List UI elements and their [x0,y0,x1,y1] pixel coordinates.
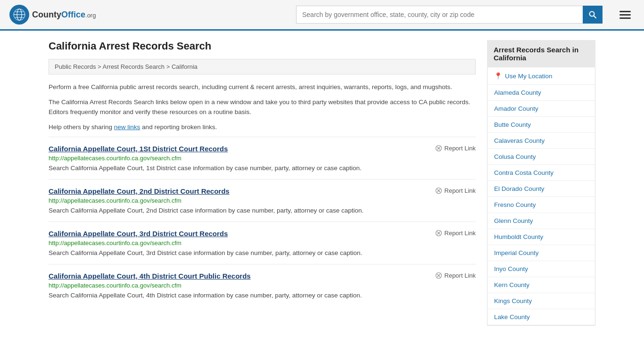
sidebar-county-link-1[interactable]: Amador County [487,101,595,116]
content-area: California Arrest Records Search Public … [49,40,476,326]
record-url-0: http://appellatecases.courtinfo.ca.gov/s… [49,155,476,162]
report-label-2: Report Link [445,230,476,237]
location-pin-icon: 📍 [494,72,502,80]
breadcrumb: Public Records > Arrest Records Search >… [49,59,476,74]
sidebar-county-item-6: El Dorado County [487,181,595,197]
search-bar [296,6,603,24]
report-icon-1 [435,187,442,194]
sidebar-county-item-13: Kings County [487,293,595,309]
site-header: CountyOffice.org [0,0,644,31]
record-url-2: http://appellatecases.courtinfo.ca.gov/s… [49,239,476,247]
svg-line-6 [594,16,596,18]
menu-icon-line3 [619,17,631,19]
record-link-2[interactable]: California Appellate Court, 3rd District… [49,230,228,238]
sidebar-county-item-14: Lake County [487,309,595,325]
record-link-0[interactable]: California Appellate Court, 1St District… [49,145,228,153]
report-icon-2 [435,230,442,237]
new-links-link[interactable]: new links [114,123,140,131]
breadcrumb-arrest-records[interactable]: Arrest Records Search [103,63,165,70]
sidebar-county-link-8[interactable]: Glenn County [487,213,595,229]
sidebar-county-item-2: Butte County [487,117,595,133]
sidebar-location: 📍 Use My Location [487,67,595,85]
report-label-3: Report Link [445,272,476,279]
record-title-2: California Appellate Court, 3rd District… [49,230,228,238]
report-link-button-0[interactable]: Report Link [435,145,476,152]
sidebar-county-item-7: Fresno County [487,197,595,213]
use-my-location-link[interactable]: Use My Location [505,73,553,80]
sidebar-county-link-11[interactable]: Inyo County [487,261,595,277]
report-label-1: Report Link [445,187,476,194]
record-desc-1: Search California Appellate Court, 2nd D… [49,206,476,216]
sidebar-county-link-4[interactable]: Colusa County [487,149,595,165]
record-item-3: California Appellate Court, 4th District… [49,264,476,306]
sidebar-county-item-9: Humboldt County [487,229,595,245]
sidebar: Arrest Records Search in California 📍 Us… [487,40,595,326]
sidebar-county-link-2[interactable]: Butte County [487,117,595,132]
sidebar-box: 📍 Use My Location Alameda CountyAmador C… [487,67,595,326]
sidebar-county-item-8: Glenn County [487,213,595,229]
logo-text: CountyOffice.org [32,10,96,20]
breadcrumb-sep1: > [98,63,103,70]
report-icon-0 [435,145,442,152]
record-desc-0: Search California Appellate Court, 1st D… [49,164,476,173]
search-icon [589,11,596,18]
sidebar-county-link-14[interactable]: Lake County [487,309,595,325]
record-title-1: California Appellate Court, 2nd District… [49,187,230,195]
sidebar-county-link-6[interactable]: El Dorado County [487,181,595,197]
description-para3-prefix: Help others by sharing [49,123,114,131]
sidebar-county-link-10[interactable]: Imperial County [487,245,595,261]
sidebar-title: Arrest Records Search in California [487,40,595,67]
menu-button[interactable] [616,9,635,21]
records-list: California Appellate Court, 1St District… [49,137,476,306]
record-desc-3: Search California Appellate Court, 4th D… [49,291,476,301]
sidebar-county-link-7[interactable]: Fresno County [487,197,595,213]
menu-icon-line1 [619,11,631,12]
sidebar-county-item-12: Kern County [487,277,595,293]
record-title-0: California Appellate Court, 1St District… [49,145,228,153]
report-link-button-3[interactable]: Report Link [435,272,476,279]
main-container: California Arrest Records Search Public … [39,31,605,335]
description-para3-suffix: and reporting broken links. [140,123,217,131]
sidebar-county-item-10: Imperial County [487,245,595,261]
report-icon-3 [435,272,442,279]
sidebar-county-list: Alameda CountyAmador CountyButte CountyC… [487,85,595,325]
breadcrumb-public-records[interactable]: Public Records [55,63,96,70]
sidebar-county-item-11: Inyo County [487,261,595,277]
record-item-1: California Appellate Court, 2nd District… [49,179,476,222]
record-link-3[interactable]: California Appellate Court, 4th District… [49,272,251,280]
menu-icon-line2 [619,14,631,16]
sidebar-county-link-13[interactable]: Kings County [487,293,595,309]
page-title: California Arrest Records Search [49,40,476,52]
record-item-0: California Appellate Court, 1St District… [49,137,476,179]
sidebar-county-link-5[interactable]: Contra Costa County [487,165,595,181]
search-button[interactable] [583,6,603,24]
report-link-button-2[interactable]: Report Link [435,230,476,237]
record-url-3: http://appellatecases.courtinfo.ca.gov/s… [49,282,476,289]
description-para2: The California Arrest Records Search lin… [49,97,476,117]
report-label-0: Report Link [445,145,476,152]
sidebar-county-item-3: Calaveras County [487,133,595,149]
record-item-2: California Appellate Court, 3rd District… [49,222,476,264]
search-input[interactable] [296,6,583,24]
logo-icon [9,5,29,25]
sidebar-county-link-0[interactable]: Alameda County [487,85,595,100]
sidebar-county-link-3[interactable]: Calaveras County [487,133,595,148]
description-para1: Perform a free California public arrest … [49,82,476,92]
sidebar-county-item-1: Amador County [487,101,595,117]
logo-link[interactable]: CountyOffice.org [9,5,96,25]
breadcrumb-california[interactable]: California [172,63,198,70]
record-title-3: California Appellate Court, 4th District… [49,272,251,280]
record-desc-2: Search California Appellate Court, 3rd D… [49,248,476,258]
sidebar-county-item-4: Colusa County [487,149,595,165]
record-link-1[interactable]: California Appellate Court, 2nd District… [49,187,230,195]
description-para3: Help others by sharing new links and rep… [49,122,476,132]
sidebar-county-item-5: Contra Costa County [487,165,595,181]
record-url-1: http://appellatecases.courtinfo.ca.gov/s… [49,197,476,204]
report-link-button-1[interactable]: Report Link [435,187,476,194]
sidebar-county-item-0: Alameda County [487,85,595,101]
sidebar-county-link-9[interactable]: Humboldt County [487,229,595,245]
sidebar-county-link-12[interactable]: Kern County [487,277,595,293]
breadcrumb-sep2: > [166,63,172,70]
